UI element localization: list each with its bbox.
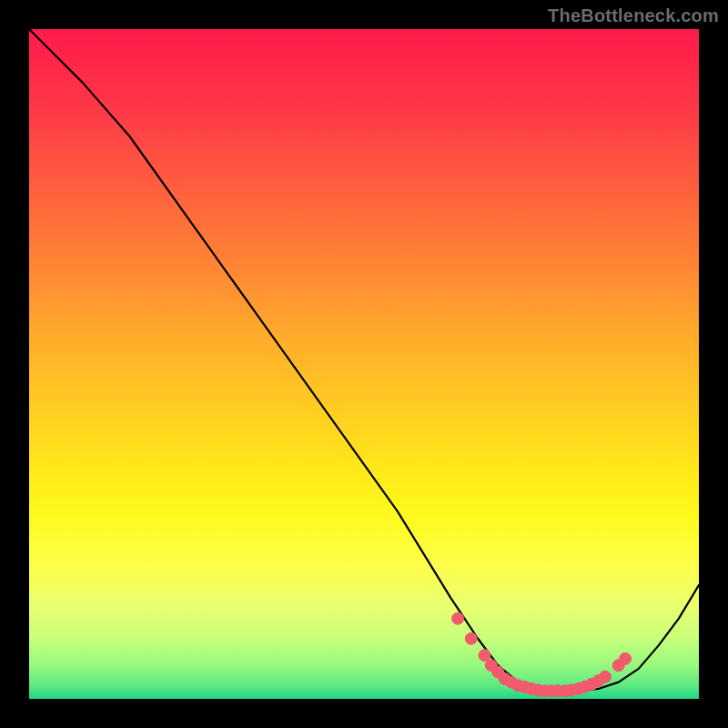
chart-frame: TheBottleneck.com	[0, 0, 728, 728]
marker-dot	[479, 650, 490, 662]
curve-layer	[29, 29, 699, 699]
marker-dot	[620, 652, 632, 664]
marker-dot	[465, 632, 477, 644]
watermark: TheBottleneck.com	[548, 5, 719, 26]
marker-dot	[599, 671, 611, 682]
plot-area	[29, 29, 699, 699]
bottleneck-curve	[29, 29, 699, 691]
minimum-markers	[452, 612, 632, 696]
marker-dot	[452, 612, 464, 624]
